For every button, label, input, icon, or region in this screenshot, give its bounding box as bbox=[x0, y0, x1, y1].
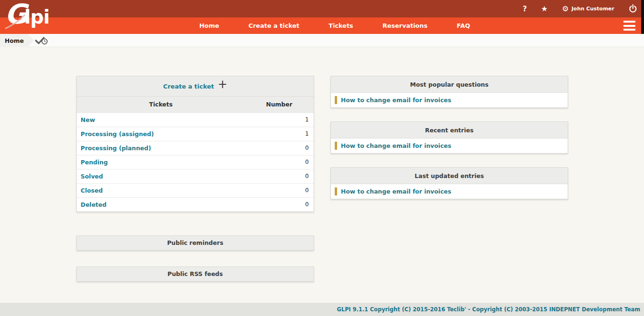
faq-entry-link[interactable]: How to change email for invoices bbox=[341, 97, 451, 104]
ticket-count: 1 bbox=[245, 113, 314, 127]
list-item: How to change email for invoices bbox=[331, 93, 568, 107]
tickets-summary-panel: Create a ticket + Tickets Number New 1 bbox=[76, 76, 314, 212]
ticket-count: 0 bbox=[245, 169, 314, 183]
hamburger-menu-icon[interactable] bbox=[623, 21, 636, 31]
right-column: Most popular questions How to change ema… bbox=[330, 76, 568, 199]
most-popular-questions-panel: Most popular questions How to change ema… bbox=[330, 76, 568, 108]
window-edge-strip bbox=[641, 0, 644, 34]
ticket-count: 1 bbox=[245, 127, 314, 141]
help-icon[interactable]: ? bbox=[523, 5, 527, 13]
gear-icon: ⚙ bbox=[562, 4, 569, 13]
user-settings-group[interactable]: ⚙ John Customer bbox=[562, 4, 614, 13]
panel-title: Most popular questions bbox=[331, 76, 568, 93]
page-footer: GLPI 9.1.1 Copyright (C) 2015-2016 Tecli… bbox=[0, 303, 644, 316]
number-column-header: Number bbox=[245, 97, 314, 113]
ticket-status-link-pending[interactable]: Pending bbox=[81, 159, 108, 166]
top-icon-row: ? ★ ⚙ John Customer bbox=[523, 0, 637, 17]
recent-entries-panel: Recent entries How to change email for i… bbox=[330, 122, 568, 154]
nav-item-reservations[interactable]: Reservations bbox=[382, 22, 428, 29]
logout-power-icon[interactable] bbox=[628, 4, 637, 13]
ticket-status-link-solved[interactable]: Solved bbox=[81, 173, 103, 180]
logo-letter-g: G bbox=[5, 0, 26, 28]
public-rss-feeds-panel: Public RSS feeds bbox=[76, 267, 314, 282]
tickets-column-header: Tickets bbox=[77, 97, 245, 113]
user-name-label: John Customer bbox=[571, 6, 614, 12]
table-row: Solved 0 bbox=[77, 169, 314, 183]
table-row: Pending 0 bbox=[77, 155, 314, 169]
nav-item-home[interactable]: Home bbox=[199, 22, 219, 29]
list-item: How to change email for invoices bbox=[331, 138, 568, 153]
ticket-status-link-processing-assigned[interactable]: Processing (assigned) bbox=[81, 130, 154, 138]
logo-letters-lpi: lpi bbox=[25, 3, 50, 31]
glpi-app: G lpi ? ★ ⚙ John Customer Home Create a … bbox=[0, 0, 644, 316]
faq-entry-link[interactable]: How to change email for invoices bbox=[341, 142, 451, 149]
ticket-count: 0 bbox=[245, 141, 314, 155]
nav-item-tickets[interactable]: Tickets bbox=[329, 22, 353, 29]
glpi-logo[interactable]: G lpi bbox=[5, 0, 50, 31]
last-updated-entries-panel: Last updated entries How to change email… bbox=[330, 167, 568, 199]
nav-item-faq[interactable]: FAQ bbox=[457, 22, 471, 29]
check-clock-icon[interactable] bbox=[34, 36, 49, 47]
ticket-status-link-processing-planned[interactable]: Processing (planned) bbox=[81, 145, 151, 152]
panel-title: Last updated entries bbox=[331, 168, 568, 184]
table-row: New 1 bbox=[77, 113, 314, 127]
nav-item-create-ticket[interactable]: Create a ticket bbox=[248, 22, 299, 29]
list-item: How to change email for invoices bbox=[331, 184, 568, 199]
faq-entry-link[interactable]: How to change email for invoices bbox=[341, 188, 451, 195]
public-reminders-panel: Public reminders bbox=[76, 235, 314, 251]
table-row: Processing (planned) 0 bbox=[77, 141, 314, 155]
ticket-status-link-new[interactable]: New bbox=[81, 116, 95, 123]
create-ticket-row: Create a ticket + bbox=[77, 76, 314, 96]
tickets-table: Tickets Number New 1 Processing (assigne… bbox=[77, 97, 314, 211]
breadcrumb-home-tab[interactable]: Home bbox=[0, 34, 34, 47]
breadcrumb-bar: Home bbox=[0, 34, 644, 47]
tickets-panel-header: Create a ticket + bbox=[77, 76, 314, 97]
create-ticket-link[interactable]: Create a ticket bbox=[163, 83, 214, 90]
ticket-count: 0 bbox=[245, 155, 314, 169]
plus-icon[interactable]: + bbox=[218, 80, 227, 89]
bookmark-star-icon[interactable]: ★ bbox=[541, 4, 548, 13]
ticket-count: 0 bbox=[245, 197, 314, 211]
ticket-status-link-closed[interactable]: Closed bbox=[81, 187, 103, 194]
table-row: Processing (assigned) 1 bbox=[77, 127, 314, 141]
left-column: Create a ticket + Tickets Number New 1 bbox=[76, 76, 314, 282]
table-row: Deleted 0 bbox=[77, 197, 314, 211]
gold-marker-icon bbox=[335, 96, 337, 104]
ticket-count: 0 bbox=[245, 183, 314, 197]
panel-title: Recent entries bbox=[331, 122, 568, 138]
gold-marker-icon bbox=[335, 187, 337, 195]
gold-marker-icon bbox=[335, 142, 337, 150]
table-row: Closed 0 bbox=[77, 183, 314, 197]
copyright-text: GLPI 9.1.1 Copyright (C) 2015-2016 Tecli… bbox=[337, 303, 640, 316]
main-nav-links: Home Create a ticket Tickets Reservation… bbox=[0, 17, 644, 34]
ticket-status-link-deleted[interactable]: Deleted bbox=[81, 201, 107, 208]
